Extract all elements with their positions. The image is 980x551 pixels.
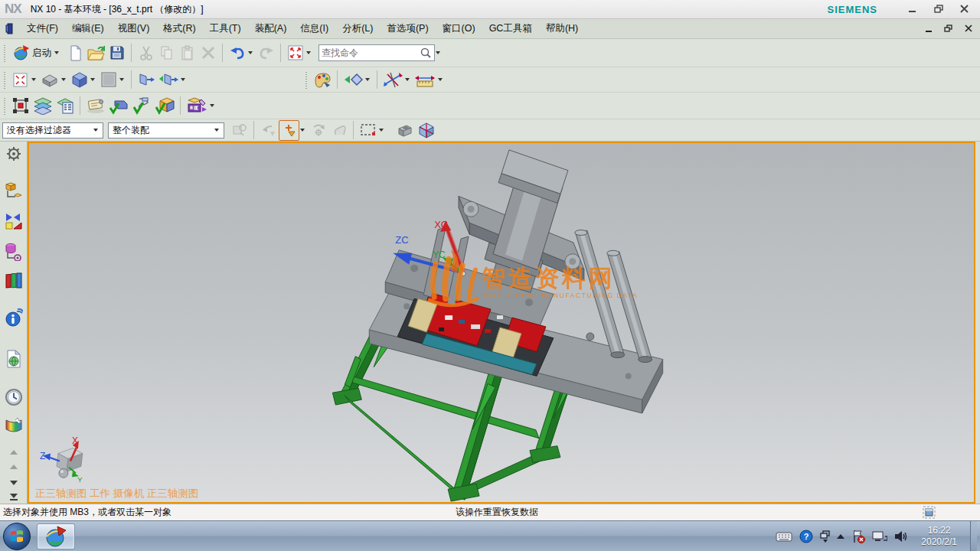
help-tray-icon[interactable]: ? bbox=[799, 530, 813, 543]
restore-button[interactable] bbox=[928, 2, 949, 16]
resource-scroll-up[interactable] bbox=[4, 446, 24, 459]
undo-dropdown-icon[interactable] bbox=[248, 51, 253, 54]
undo-button[interactable] bbox=[227, 43, 247, 64]
menu-analysis[interactable]: 分析(L) bbox=[335, 20, 380, 37]
child-restore-button[interactable] bbox=[940, 23, 957, 35]
menu-window[interactable]: 窗口(O) bbox=[436, 20, 482, 37]
history-tab[interactable] bbox=[4, 388, 24, 406]
menu-help[interactable]: 帮助(H) bbox=[539, 20, 585, 37]
orient-dropdown-icon[interactable] bbox=[61, 78, 66, 81]
reuse-library-tab[interactable] bbox=[4, 272, 24, 289]
render-dropdown-icon[interactable] bbox=[90, 78, 95, 81]
toolbar-drag-handle[interactable] bbox=[3, 70, 7, 89]
section-view-button[interactable] bbox=[416, 120, 436, 141]
command-search-input[interactable] bbox=[322, 47, 420, 58]
assembly-navigator-tab[interactable] bbox=[4, 181, 24, 200]
show-desktop-button[interactable] bbox=[970, 521, 977, 551]
edit-object-display-button[interactable] bbox=[185, 96, 209, 116]
web-browser-tab[interactable] bbox=[4, 350, 24, 368]
close-button[interactable] bbox=[954, 2, 975, 16]
resource-scroll-up-page[interactable] bbox=[4, 461, 24, 474]
render-style-button[interactable] bbox=[69, 70, 90, 90]
chevron-down-icon bbox=[214, 129, 219, 132]
menu-assembly[interactable]: 装配(A) bbox=[248, 20, 294, 37]
taskbar-nx-app[interactable] bbox=[37, 523, 75, 549]
taskbar: ? 16:22 2020/2/1 bbox=[0, 520, 980, 551]
toolbar-drag-handle[interactable] bbox=[305, 70, 309, 89]
internet-tab[interactable] bbox=[4, 308, 24, 327]
wcs-xc-label: XC bbox=[434, 219, 448, 230]
role-palette-button[interactable] bbox=[312, 70, 333, 90]
plate-dropdown-icon[interactable] bbox=[181, 78, 185, 81]
touch-dropdown-icon[interactable] bbox=[306, 51, 311, 54]
child-close-button[interactable] bbox=[960, 23, 977, 35]
menu-gc-toolbox[interactable]: GC工具箱 bbox=[482, 20, 539, 37]
resource-scroll-down[interactable] bbox=[4, 477, 24, 490]
background-button[interactable] bbox=[98, 70, 119, 90]
menu-format[interactable]: 格式(R) bbox=[156, 20, 202, 37]
selection-filter-dropdown[interactable]: 没有选择过滤器 bbox=[2, 122, 103, 139]
triad-x-label: X bbox=[72, 435, 78, 446]
show-hide-dropdown-icon[interactable] bbox=[365, 78, 370, 81]
menu-file[interactable]: 文件(F) bbox=[20, 20, 65, 37]
background-dropdown-icon[interactable] bbox=[119, 78, 124, 81]
viewport-3d[interactable]: XC ZC YC 智造资料网 INTELLIGENT MANUFACTURING… bbox=[28, 142, 975, 504]
roles-gear-button[interactable] bbox=[4, 146, 24, 161]
fit-dropdown-icon[interactable] bbox=[31, 78, 36, 81]
input-method-icon[interactable] bbox=[776, 531, 792, 542]
save-button[interactable] bbox=[106, 43, 127, 64]
touch-mode-button[interactable] bbox=[285, 43, 305, 64]
start-menu-button[interactable]: 启动 bbox=[10, 43, 65, 64]
menu-tools[interactable]: 工具(T) bbox=[203, 20, 248, 37]
assembly-constraints-button[interactable] bbox=[107, 96, 130, 116]
start-button[interactable] bbox=[3, 523, 31, 550]
edit-dropdown-icon[interactable] bbox=[210, 104, 214, 107]
show-hide-plate-button[interactable] bbox=[157, 70, 180, 90]
layer-category-button[interactable] bbox=[54, 96, 76, 116]
command-finder[interactable] bbox=[318, 44, 435, 61]
resource-scroll-down-page[interactable] bbox=[4, 491, 24, 504]
show-and-hide-button[interactable] bbox=[341, 70, 364, 90]
taskbar-clock[interactable]: 16:22 2020/2/1 bbox=[915, 525, 963, 548]
toolbar-drag-handle[interactable] bbox=[3, 44, 7, 62]
layer-settings-button[interactable] bbox=[31, 96, 54, 116]
menu-preferences[interactable]: 首选项(P) bbox=[380, 20, 435, 37]
speaker-icon[interactable] bbox=[894, 530, 908, 543]
toolbar-drag-handle[interactable] bbox=[3, 96, 7, 115]
selection-scope-dropdown[interactable]: 整个装配 bbox=[108, 122, 224, 139]
replace-component-button[interactable] bbox=[153, 96, 176, 116]
fit-window-button[interactable] bbox=[10, 70, 31, 90]
snap-point-toggle[interactable] bbox=[279, 120, 299, 141]
orient-view-button[interactable] bbox=[39, 70, 60, 90]
measure-button[interactable] bbox=[413, 70, 437, 90]
move-to-layer-button[interactable] bbox=[136, 70, 157, 90]
menu-information[interactable]: 信息(I) bbox=[293, 20, 335, 37]
part-navigator-tab[interactable] bbox=[4, 243, 24, 261]
marquee-select-button[interactable] bbox=[358, 120, 378, 141]
snap-point-button[interactable] bbox=[381, 70, 404, 90]
capture-image-button[interactable] bbox=[394, 120, 416, 141]
network-icon[interactable] bbox=[872, 530, 887, 543]
open-file-button[interactable] bbox=[86, 43, 106, 64]
snap-dropdown-icon[interactable] bbox=[405, 78, 410, 81]
roles-palette-tab[interactable] bbox=[4, 417, 24, 434]
new-file-button[interactable] bbox=[65, 43, 86, 64]
move-component-button[interactable] bbox=[130, 96, 153, 116]
wcs-dynamics-button[interactable] bbox=[10, 96, 31, 116]
menu-edit[interactable]: 编辑(E) bbox=[65, 20, 111, 37]
marquee-dropdown-icon[interactable] bbox=[379, 129, 384, 132]
window-dock-button[interactable] bbox=[923, 506, 936, 521]
minimize-button[interactable] bbox=[902, 2, 923, 16]
measure-dropdown-icon[interactable] bbox=[438, 78, 443, 81]
action-center-flag-icon[interactable] bbox=[851, 530, 865, 543]
show-hidden-icons-button[interactable] bbox=[837, 534, 844, 539]
constraint-navigator-tab[interactable] bbox=[4, 212, 24, 230]
selection-scope-value: 整个装配 bbox=[113, 124, 208, 137]
shaded-cube-icon bbox=[71, 71, 88, 88]
child-minimize-button[interactable] bbox=[920, 23, 937, 35]
tablet-settings-button[interactable] bbox=[820, 530, 830, 543]
snap-toggle-dropdown-icon[interactable] bbox=[300, 129, 305, 132]
menu-view[interactable]: 视图(V) bbox=[111, 20, 157, 37]
search-dropdown-icon[interactable] bbox=[436, 51, 440, 54]
annotation-note-button[interactable] bbox=[84, 96, 107, 116]
